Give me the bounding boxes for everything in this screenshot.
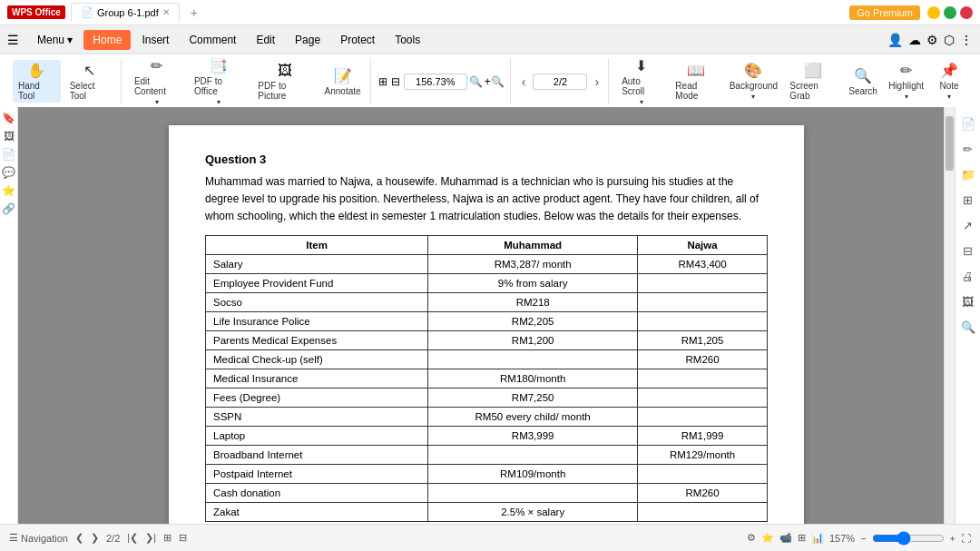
pdf-page: Question 3 Muhammad was married to Najwa… bbox=[169, 125, 804, 524]
left-tool-page[interactable]: 📄 bbox=[2, 147, 16, 162]
main-content: Question 3 Muhammad was married to Najwa… bbox=[18, 107, 955, 524]
menu-item-menu[interactable]: Menu ▾ bbox=[28, 30, 82, 50]
table-row: Zakat2.5% × salary bbox=[206, 502, 768, 521]
maximize-button[interactable] bbox=[944, 6, 956, 19]
menu-item-comment[interactable]: Comment bbox=[180, 30, 245, 50]
table-cell: Medical Insurance bbox=[206, 369, 428, 388]
fit-page-icon: ⊟ bbox=[391, 75, 400, 88]
split-view-button[interactable]: ⊟ bbox=[179, 532, 187, 544]
table-cell: RM3,999 bbox=[428, 426, 638, 445]
read-mode-button[interactable]: 📖 Read Mode bbox=[670, 60, 722, 103]
right-toolbar: 📄 ✏ 📁 ⊞ ↗ ⊟ 🖨 🖼 🔍 bbox=[955, 107, 980, 524]
left-tool-link[interactable]: 🔗 bbox=[2, 202, 16, 216]
background-button[interactable]: 🎨 Background ▾ bbox=[727, 60, 781, 103]
left-tool-stamp[interactable]: ⭐ bbox=[2, 183, 16, 198]
edit-content-button[interactable]: ✏ Edit Content ▾ bbox=[129, 55, 185, 108]
right-tool-layers[interactable]: ⊞ bbox=[959, 191, 977, 209]
minimize-button[interactable] bbox=[927, 6, 940, 19]
right-tool-print[interactable]: 🖨 bbox=[959, 267, 977, 285]
table-cell: Fees (Degree) bbox=[206, 388, 428, 407]
prev-page-button[interactable]: ‹ bbox=[518, 73, 530, 91]
right-tool-zoom[interactable]: 🔍 bbox=[959, 318, 977, 336]
tab-close-icon[interactable]: ✕ bbox=[162, 7, 170, 17]
table-row: SSPNRM50 every child/ month bbox=[206, 407, 768, 426]
table-cell: Postpaid Internet bbox=[206, 464, 428, 483]
pdf-to-picture-button[interactable]: 🖼 PDF to Picture bbox=[252, 61, 317, 103]
search-button[interactable]: 🔍 Search bbox=[845, 65, 881, 98]
right-tool-doc[interactable]: 📄 bbox=[959, 114, 977, 133]
share-icon[interactable]: ⬡ bbox=[944, 33, 955, 47]
page-input[interactable] bbox=[533, 74, 587, 90]
last-page-button[interactable]: ❯| bbox=[145, 532, 156, 544]
pdf-to-picture-label: PDF to Picture bbox=[258, 81, 311, 101]
screen-grab-icon: ⬜ bbox=[804, 62, 822, 79]
highlight-button[interactable]: ✏ Highlight ▾ bbox=[885, 60, 927, 103]
left-tool-bookmark[interactable]: 🔖 bbox=[2, 111, 16, 125]
menu-item-page[interactable]: Page bbox=[286, 30, 329, 50]
right-tool-image[interactable]: 🖼 bbox=[959, 292, 977, 310]
hand-tool-button[interactable]: ✋ Hand Tool bbox=[13, 60, 61, 103]
zoom-out-icon[interactable]: 🔍 bbox=[469, 75, 483, 88]
screen-grab-button[interactable]: ⬜ Screen Grab bbox=[784, 60, 841, 103]
fullscreen-button[interactable]: ⛶ bbox=[961, 533, 971, 544]
table-cell bbox=[638, 464, 768, 483]
menu-item-edit[interactable]: Edit bbox=[247, 30, 284, 50]
table-cell: RM218 bbox=[428, 292, 638, 311]
question-title: Question 3 bbox=[205, 153, 768, 166]
table-cell: RM50 every child/ month bbox=[428, 407, 638, 426]
next-page-status[interactable]: ❯ bbox=[91, 532, 99, 544]
annotate-button[interactable]: 📝 Annotate bbox=[320, 65, 364, 98]
table-cell: 9% from salary bbox=[428, 273, 638, 292]
table-row: Postpaid InternetRM109/month bbox=[206, 464, 768, 483]
right-tool-grid[interactable]: ⊟ bbox=[959, 241, 977, 260]
hamburger-menu[interactable]: ☰ bbox=[7, 33, 19, 47]
note-label: Note bbox=[939, 81, 958, 91]
tab-home[interactable]: Home bbox=[83, 30, 131, 50]
pdf-tab[interactable]: 📄 Group 6-1.pdf ✕ bbox=[71, 3, 180, 22]
table-row: Fees (Degree)RM7,250 bbox=[206, 388, 768, 407]
edit-content-icon: ✏ bbox=[151, 57, 162, 74]
select-tool-button[interactable]: ↖ Select Tool bbox=[64, 60, 115, 103]
right-tool-share[interactable]: ↗ bbox=[959, 216, 977, 234]
fit-page-button[interactable]: ⊞ bbox=[163, 532, 172, 544]
table-cell bbox=[428, 445, 638, 464]
left-tool-thumbnail[interactable]: 🖼 bbox=[2, 129, 16, 143]
more-icon[interactable]: ⋮ bbox=[960, 33, 973, 47]
menu-item-insert[interactable]: Insert bbox=[132, 30, 178, 50]
auto-scroll-button[interactable]: ⬇ Auto Scroll ▾ bbox=[616, 55, 666, 108]
settings-icon[interactable]: ⚙ bbox=[926, 33, 938, 47]
right-tool-file[interactable]: 📁 bbox=[959, 165, 977, 183]
pdf-to-office-button[interactable]: 📑 PDF to Office ▾ bbox=[189, 55, 249, 108]
scrollbar-thumb[interactable] bbox=[946, 116, 954, 171]
add-tab-button[interactable]: + bbox=[185, 5, 203, 20]
search-icon: 🔍 bbox=[854, 67, 872, 84]
prev-page-status[interactable]: ❮ bbox=[75, 532, 83, 544]
table-cell: RM7,250 bbox=[428, 388, 638, 407]
next-page-button[interactable]: › bbox=[591, 73, 603, 91]
table-cell bbox=[638, 273, 768, 292]
menu-item-tools[interactable]: Tools bbox=[386, 30, 429, 50]
zoom-out-status[interactable]: − bbox=[860, 533, 866, 544]
tool-group-edit: ✏ Edit Content ▾ 📑 PDF to Office ▾ 🖼 PDF… bbox=[123, 58, 371, 104]
go-premium-button[interactable]: Go Premium bbox=[849, 5, 920, 20]
note-button[interactable]: 📌 Note ▾ bbox=[931, 60, 967, 103]
menu-item-protect[interactable]: Protect bbox=[331, 30, 384, 50]
right-tool-edit[interactable]: ✏ bbox=[959, 140, 977, 158]
question-text: Muhammad was married to Najwa, a housewi… bbox=[205, 173, 768, 226]
wps-logo[interactable]: WPS Office bbox=[7, 5, 65, 19]
select-icon: ↖ bbox=[83, 62, 95, 79]
scrollbar-track[interactable] bbox=[944, 107, 955, 524]
navigation-toggle[interactable]: ☰ Navigation bbox=[9, 532, 68, 544]
close-button[interactable] bbox=[960, 6, 973, 19]
zoom-in-status[interactable]: + bbox=[950, 533, 956, 544]
left-tool-annotation[interactable]: 💬 bbox=[2, 165, 16, 180]
first-page-button[interactable]: |❮ bbox=[127, 532, 138, 544]
zoom-input[interactable] bbox=[404, 74, 467, 90]
table-cell bbox=[638, 369, 768, 388]
title-bar-right: Go Premium bbox=[849, 5, 973, 20]
navigation-label: Navigation bbox=[21, 533, 68, 544]
zoom-slider[interactable] bbox=[872, 531, 945, 546]
left-toolbar: 🔖 🖼 📄 💬 ⭐ 🔗 bbox=[0, 107, 18, 524]
zoom-in-icon[interactable]: +🔍 bbox=[485, 75, 505, 88]
table-cell: RM260 bbox=[638, 349, 768, 369]
